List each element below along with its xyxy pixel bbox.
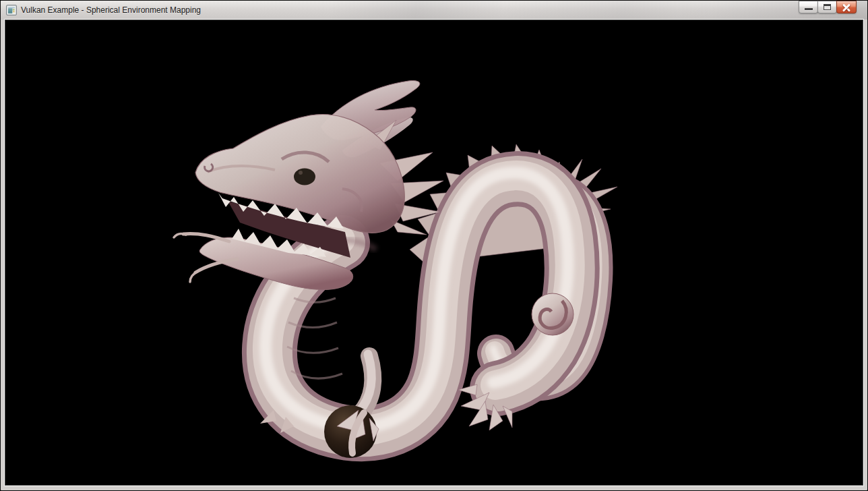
- dragon-eye: [294, 169, 315, 185]
- minimize-icon: [805, 8, 813, 10]
- close-icon: [842, 3, 851, 11]
- maximize-icon: [824, 4, 831, 10]
- minimize-button[interactable]: [799, 1, 818, 13]
- close-button[interactable]: [836, 1, 857, 13]
- window-title: Vulkan Example - Spherical Environment M…: [21, 1, 201, 20]
- application-window-icon: [6, 5, 17, 16]
- dragon-model: [5, 20, 863, 485]
- window-titlebar[interactable]: Vulkan Example - Spherical Environment M…: [1, 1, 867, 20]
- dragon-haunch: [532, 293, 574, 335]
- dragon-front-leg: [359, 354, 373, 414]
- app-window: Vulkan Example - Spherical Environment M…: [0, 0, 868, 491]
- window-controls: [799, 1, 857, 13]
- maximize-button[interactable]: [817, 1, 837, 13]
- dragon-head: [174, 81, 443, 290]
- dragon-figure: [174, 81, 617, 458]
- render-viewport[interactable]: [5, 20, 863, 486]
